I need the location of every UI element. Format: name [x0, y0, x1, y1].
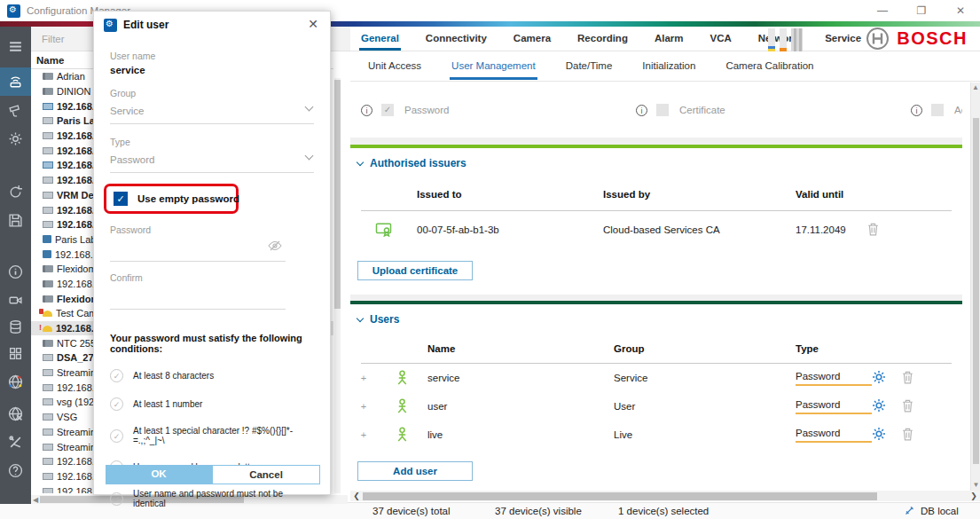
password-checkbox[interactable]: ✓	[381, 104, 394, 116]
tools-icon[interactable]	[0, 429, 31, 454]
delete-user-icon[interactable]	[902, 371, 932, 386]
apps-icon[interactable]	[0, 341, 31, 366]
user-type-select[interactable]: Password	[796, 399, 872, 414]
main-hscroll-thumb[interactable]	[363, 492, 877, 500]
enc-icon	[43, 458, 53, 465]
delete-user-icon[interactable]	[902, 428, 932, 443]
enc-blue-icon	[43, 103, 53, 110]
settings-icon[interactable]	[0, 126, 31, 151]
main-vertical-scrollbar[interactable]: ▲ ▼	[970, 83, 980, 491]
meter-1	[768, 28, 775, 51]
expand-row-icon[interactable]: +	[350, 373, 377, 383]
network-offline-icon[interactable]	[0, 401, 31, 426]
subtab-user-management[interactable]: User Management	[450, 52, 537, 80]
menu-icon[interactable]	[0, 34, 31, 59]
subtab-unit-access[interactable]: Unit Access	[366, 52, 423, 80]
storage-icon[interactable]	[0, 314, 31, 339]
scroll-down-icon[interactable]: ▼	[971, 480, 980, 491]
tab-general[interactable]: General	[359, 28, 401, 51]
tab-vca[interactable]: VCA	[709, 28, 733, 51]
tree-vertical-scrollbar[interactable]	[334, 78, 341, 493]
tab-connectivity[interactable]: Connectivity	[424, 28, 489, 51]
authentication-modes-row: i✓PasswordiCertificateiActive directory	[350, 83, 962, 138]
condition-check-icon: ✓	[110, 492, 123, 506]
delete-issuer-icon[interactable]	[867, 223, 903, 238]
password-label: Password	[110, 224, 314, 235]
scroll-left-icon[interactable]: ◀	[31, 496, 40, 504]
user-settings-gear-icon[interactable]	[872, 370, 902, 386]
type-select[interactable]: Password	[110, 147, 314, 173]
subtab-date-time[interactable]: Date/Time	[564, 52, 615, 80]
reload-icon[interactable]	[0, 179, 31, 204]
close-button[interactable]: ✕	[941, 0, 980, 21]
certificate-checkbox[interactable]	[656, 104, 669, 116]
user-group-value: User	[614, 401, 796, 412]
user-type-select[interactable]: Password	[796, 428, 872, 443]
tab-recording[interactable]: Recording	[576, 28, 630, 51]
filter-input[interactable]: Filter	[42, 34, 65, 44]
users-section-header[interactable]: Users	[350, 304, 962, 326]
tab-service[interactable]: Service	[823, 28, 863, 51]
info-icon[interactable]: i	[636, 105, 647, 116]
eye-off-icon[interactable]	[268, 239, 282, 255]
dialog-close-icon[interactable]: ✕	[305, 17, 321, 31]
issuer-row: 00-07-5f-ab-b1-3bCloud-based Services CA…	[350, 211, 962, 248]
upload-certificate-button[interactable]: Upload certificate	[357, 261, 473, 280]
network-icon[interactable]	[0, 369, 31, 394]
use-empty-password-checkbox[interactable]: ✓	[114, 192, 128, 206]
condition-check-icon: ✓	[110, 397, 123, 411]
enc-icon	[43, 398, 53, 405]
main-horizontal-scrollbar[interactable]: ❮ ❯	[350, 491, 980, 501]
video-icon[interactable]	[0, 287, 31, 312]
add-user-button[interactable]: Add user	[357, 461, 473, 481]
enc-icon	[43, 207, 53, 214]
issuers-section-header[interactable]: Authorised issuers	[350, 148, 962, 169]
scroll-left-icon[interactable]: ❮	[350, 491, 363, 500]
devices-icon[interactable]	[0, 67, 31, 96]
col-name: Name	[427, 343, 614, 354]
active-directory-checkbox[interactable]	[931, 104, 944, 116]
minimize-button[interactable]: —	[863, 0, 902, 21]
user-type-select[interactable]: Password	[796, 371, 872, 386]
dome-lock-icon	[43, 311, 52, 317]
cameras-icon[interactable]	[0, 98, 31, 122]
group-select[interactable]: Service	[110, 98, 314, 124]
issuers-table-header: Issued to Issued by Valid until	[350, 189, 962, 200]
condition-label: At least 1 special character !? #$%(){}[…	[133, 426, 314, 445]
issued-by-value: Cloud-based Services CA	[603, 224, 796, 235]
password-condition: ✓At least 1 number	[110, 397, 314, 411]
tab-camera[interactable]: Camera	[512, 28, 553, 51]
expand-row-icon[interactable]: +	[350, 401, 377, 412]
help-icon[interactable]	[0, 458, 31, 483]
user-icon	[377, 427, 427, 444]
tab-alarm[interactable]: Alarm	[653, 28, 686, 51]
enc-blue-icon	[43, 161, 53, 169]
restore-button[interactable]: ❐	[902, 0, 941, 21]
expand-row-icon[interactable]: +	[350, 429, 377, 440]
devices-selected: 1 device(s) selected	[618, 506, 709, 516]
chevron-down-icon	[305, 103, 314, 112]
user-settings-gear-icon[interactable]	[872, 427, 902, 443]
scroll-up-icon[interactable]: ▲	[971, 83, 980, 93]
scroll-right-icon[interactable]: ❯	[968, 491, 980, 500]
delete-user-icon[interactable]	[902, 399, 932, 414]
enc-icon	[43, 444, 53, 451]
subtab-initialization[interactable]: Initialization	[640, 52, 697, 80]
type-label: Type	[110, 137, 314, 147]
info-icon[interactable]	[0, 259, 31, 284]
db-local-label: DB local	[921, 506, 959, 516]
info-icon[interactable]: i	[361, 105, 372, 116]
password-input[interactable]	[110, 235, 286, 262]
user-group-value: Live	[614, 429, 796, 440]
confirm-input[interactable]	[110, 283, 286, 310]
username-value[interactable]: service	[110, 65, 314, 75]
save-icon[interactable]	[0, 208, 31, 232]
ok-button[interactable]: OK	[106, 465, 212, 484]
user-settings-gear-icon[interactable]	[872, 398, 902, 414]
subtab-camera-calibration[interactable]: Camera Calibration	[724, 52, 815, 80]
col-group: Group	[614, 343, 796, 354]
info-icon[interactable]: i	[911, 105, 922, 116]
tree-item-label: Adrian	[57, 71, 85, 82]
cancel-button[interactable]: Cancel	[212, 465, 320, 484]
dialog-app-icon	[104, 19, 117, 32]
